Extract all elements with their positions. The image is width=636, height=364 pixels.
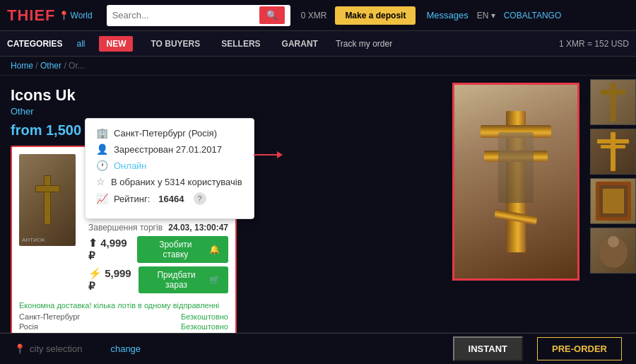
username: COBALTANGO [504, 11, 562, 20]
product-category: Other [11, 106, 435, 117]
nav-highlight[interactable]: NEW [99, 36, 133, 52]
svg-rect-1 [601, 90, 625, 95]
seller-registered-row: 👤 Зареєстрован 27.01.2017 [96, 143, 243, 155]
breadcrumb-home[interactable]: Home [11, 61, 33, 71]
breadcrumb-current: Or... [69, 61, 85, 71]
delivery-loc-1: Санкт-Петербург [19, 312, 80, 321]
seller-location: Санкт-Петербург (Росія) [114, 128, 217, 139]
bid-button[interactable]: Зробити ставку 🔔 [137, 236, 228, 263]
thumbnail-3[interactable] [590, 178, 636, 224]
location-pin-icon: 📍 [14, 344, 25, 354]
seller-rating-row: 📈 Рейтинг: 16464 ? [96, 192, 243, 205]
building-icon: 🏢 [96, 127, 108, 139]
thumbnail-1[interactable] [590, 79, 636, 125]
person-icon: 👤 [96, 143, 108, 155]
seller-rating-value: 16464 [158, 194, 184, 204]
thumbnail-2[interactable] [590, 129, 636, 175]
messages-link[interactable]: Messages [426, 10, 468, 20]
auction-bid-row: ⬆ 4,999 ₽ Зробити ставку 🔔 [88, 236, 228, 263]
economy-delivery: Економна доставка! кілька лотів в одному… [19, 301, 228, 310]
xmr-balance: 0 XMR [301, 11, 327, 20]
clock-icon: 🕐 [96, 160, 108, 171]
seller-status: Онлайн [114, 160, 147, 171]
svg-rect-7 [603, 189, 624, 213]
seller-favorites-row: ☆ В обраних у 5314 користувачів [96, 176, 243, 187]
product-area: Icons Uk Other from 1,500 USD / 1pcs 🏢 С… [0, 76, 445, 332]
svg-rect-3 [597, 139, 629, 143]
delivery-cost-1: Безкоштовно [181, 312, 228, 321]
nav-categories[interactable]: CATEGORIES [7, 39, 62, 49]
seller-tooltip: 🏢 Санкт-Петербург (Росія) 👤 Зареєстрован… [85, 118, 254, 219]
rating-help-icon[interactable]: ? [194, 192, 206, 205]
nav-track-order[interactable]: Track my order [336, 39, 392, 49]
product-title: Icons Uk [11, 86, 435, 105]
buy-now-button[interactable]: Придбати зараз 🛒 [139, 266, 228, 293]
nav-to-buyers[interactable]: TO BUYERS [147, 39, 204, 49]
seller-favorites: В обраних у 5314 користувачів [111, 177, 242, 187]
auction-item-image: АНТИОК [19, 154, 76, 246]
tooltip-arrow [254, 154, 282, 155]
svg-rect-2 [611, 132, 616, 171]
seller-rating-label: Рейтинг: [114, 194, 150, 204]
main-product-image[interactable] [452, 83, 579, 281]
nav-bar: CATEGORIES all NEW TO BUYERS SELLERS GAR… [0, 31, 636, 57]
auction-buy-price: ⚡ 5,999 ₽ [88, 267, 139, 293]
breadcrumb: Home / Other / Or... [0, 57, 636, 76]
change-location-link[interactable]: change [110, 344, 141, 354]
main-content: Icons Uk Other from 1,500 USD / 1pcs 🏢 С… [0, 76, 636, 332]
nav-garant[interactable]: GARANT [278, 39, 322, 49]
breadcrumb-other[interactable]: Other [40, 61, 61, 71]
search-bar: 🔍 [107, 5, 290, 26]
header: THIEF 📍 World 🔍 0 XMR Make a deposit Mes… [0, 0, 636, 31]
star-icon: ☆ [96, 176, 105, 187]
lang-selector[interactable]: EN ▾ [477, 11, 495, 20]
chart-icon: 📈 [96, 193, 108, 204]
auction-end-row: Завершення торгів 24.03, 13:00:47 [88, 223, 228, 233]
search-input[interactable] [112, 10, 257, 20]
delivery-cost-2: Безкоштовно [181, 322, 228, 331]
seller-location-row: 🏢 Санкт-Петербург (Росія) [96, 127, 243, 139]
product-image-area [445, 76, 587, 332]
seller-status-row: 🕐 Онлайн [96, 160, 243, 171]
cross-mini-icon [35, 175, 60, 225]
seller-registered: Зареєстрован 27.01.2017 [114, 144, 222, 155]
delivery-loc-2: Росія [19, 322, 38, 331]
deposit-button[interactable]: Make a deposit [335, 6, 416, 25]
instant-order-button[interactable]: INSTANT [453, 336, 523, 361]
nav-all[interactable]: all [76, 39, 85, 49]
auction-buy-row: ⚡ 5,999 ₽ Придбати зараз 🛒 [88, 266, 228, 293]
cross-large-icon [481, 111, 551, 252]
thumbnail-list [587, 76, 636, 332]
svg-rect-4 [601, 145, 625, 148]
nav-sellers[interactable]: SELLERS [218, 39, 264, 49]
auction-end-label: Завершення торгів [88, 223, 163, 233]
search-button[interactable]: 🔍 [259, 6, 285, 24]
delivery-row-1: Санкт-Петербург Безкоштовно [19, 312, 228, 321]
bottom-bar: 📍 city selection change INSTANT PRE-ORDE… [0, 333, 636, 364]
auction-bid-price: ⬆ 4,999 ₽ [88, 237, 137, 262]
auction-end-date: 24.03, 13:00:47 [168, 223, 228, 233]
thumbnail-4[interactable] [590, 228, 636, 274]
logo-thief: THIEF [7, 6, 56, 25]
xmr-rate: 1 XMR = 152 USD [559, 39, 629, 49]
delivery-row-2: Росія Безкоштовно [19, 322, 228, 331]
svg-point-9 [608, 236, 619, 247]
preorder-button[interactable]: PRE-ORDER [537, 337, 622, 360]
location-info: 📍 city selection [14, 344, 82, 354]
location-label: city selection [30, 344, 82, 354]
logo-world: 📍 World [59, 11, 93, 20]
svg-rect-0 [611, 83, 616, 122]
